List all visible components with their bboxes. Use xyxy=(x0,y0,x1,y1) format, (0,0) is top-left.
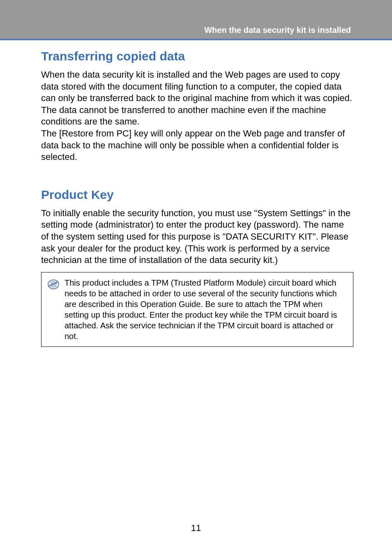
body-paragraph: The [Restore from PC] key will only appe… xyxy=(41,128,353,163)
content-area: Transferring copied data When the data s… xyxy=(41,49,353,347)
section-transferring: Transferring copied data When the data s… xyxy=(41,49,353,163)
section-product-key: Product Key To initially enable the secu… xyxy=(41,188,353,347)
svg-line-7 xyxy=(48,282,58,286)
body-paragraph: The data cannot be transferred to anothe… xyxy=(41,104,353,128)
document-page: When the data security kit is installed … xyxy=(0,0,392,554)
header-title: When the data security kit is installed xyxy=(204,25,351,35)
note-text: This product includes a TPM (Trusted Pla… xyxy=(65,277,347,342)
header-divider xyxy=(0,39,392,40)
note-box: This product includes a TPM (Trusted Pla… xyxy=(41,272,353,347)
page-number: 11 xyxy=(0,523,392,533)
body-paragraph: When the data security kit is installed … xyxy=(41,69,353,104)
note-icon-wrap xyxy=(47,277,65,292)
section-heading-transferring: Transferring copied data xyxy=(41,49,353,63)
note-icon xyxy=(47,278,60,291)
header-bar: When the data security kit is installed xyxy=(0,0,392,39)
body-paragraph: To initially enable the security functio… xyxy=(41,208,353,266)
section-heading-product-key: Product Key xyxy=(41,188,353,202)
